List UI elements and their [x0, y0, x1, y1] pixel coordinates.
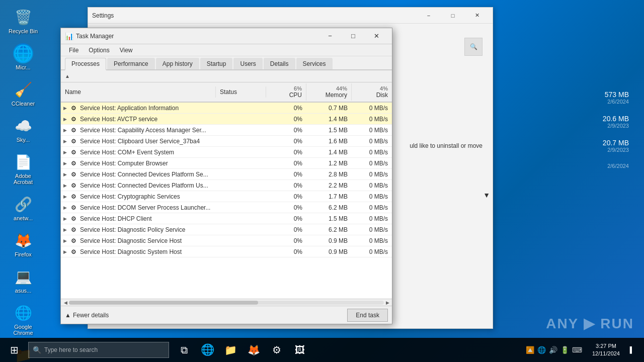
settings-maximize-button[interactable]: □ [441, 8, 464, 24]
asus-icon: 💻 [13, 266, 33, 287]
end-task-button[interactable]: End task [347, 309, 388, 322]
table-row[interactable]: ▶ ⚙ Service Host: DCOM Server Process La… [61, 202, 392, 213]
tab-processes[interactable]: Processes [65, 58, 106, 70]
table-row[interactable]: ▶ ⚙ Service Host: DHCP Client 0% 1.5 MB … [61, 213, 392, 224]
keyboard-icon[interactable]: ⌨ [572, 346, 582, 354]
taskbar-firefox-icon: 🦊 [248, 344, 260, 356]
edge-label: Micr... [16, 64, 30, 70]
recycle-bin-icon: 🗑️ [13, 7, 33, 27]
process-name: Service Host: Diagnostic Policy Service [78, 226, 216, 233]
horizontal-scrollbar[interactable]: ◀ ▶ [61, 299, 392, 306]
process-rows-container[interactable]: ▶ ⚙ Service Host: Application Informatio… [61, 103, 392, 299]
clock[interactable]: 3:27 PM 12/11/2024 [588, 342, 624, 358]
process-name: Service Host: DHCP Client [78, 215, 216, 222]
desktop-icon-asus[interactable]: 💻 asus... [5, 264, 41, 296]
table-row[interactable]: ▶ ⚙ Service Host: Clipboard User Service… [61, 136, 392, 147]
task-manager-win-controls: − □ ✕ [318, 28, 388, 44]
taskbar-task-view[interactable]: ⧉ [173, 339, 195, 361]
task-manager-minimize-button[interactable]: − [318, 28, 342, 44]
tab-app-history[interactable]: App history [156, 58, 199, 69]
cpu-percentage: 6% [294, 85, 302, 92]
table-row[interactable]: ▶ ⚙ Service Host: Connected Devices Plat… [61, 169, 392, 180]
settings-minimize-button[interactable]: − [417, 8, 440, 24]
search-bar[interactable]: 🔍 Type here to search [28, 342, 169, 358]
col-status-header[interactable]: Status [216, 86, 266, 98]
table-row[interactable]: ▶ ⚙ Service Host: Connected Devices Plat… [61, 180, 392, 191]
scroll-thumb[interactable] [69, 301, 258, 305]
table-row[interactable]: ▶ ⚙ Service Host: Application Informatio… [61, 103, 392, 114]
taskbar-file-explorer[interactable]: 📁 [219, 339, 242, 361]
tab-performance[interactable]: Performance [107, 58, 155, 69]
process-disk: 0 MB/s [352, 138, 392, 145]
process-icon: ⚙ [69, 226, 78, 233]
taskbar-firefox[interactable]: 🦊 [243, 339, 265, 361]
ccleaner-icon: 🧹 [13, 79, 33, 100]
process-cpu: 0% [266, 193, 306, 200]
desktop-icon-ccleaner[interactable]: 🧹 CCleaner [5, 77, 41, 109]
table-row[interactable]: ▶ ⚙ Service Host: AVCTP service 0% 1.4 M… [61, 114, 392, 125]
desktop-icon-adobe[interactable]: 📄 Adobe Acrobat [5, 150, 41, 187]
menu-options[interactable]: Options [85, 46, 113, 55]
taskbar-settings[interactable]: ⚙ [266, 339, 288, 361]
row-expand-icon: ▶ [61, 117, 69, 122]
process-memory: 0.9 MB [306, 237, 352, 244]
process-icon: ⚙ [69, 138, 78, 145]
fewer-details-button[interactable]: ▲ Fewer details [65, 312, 109, 319]
taskbar-app6[interactable]: 🖼 [289, 339, 311, 361]
table-row[interactable]: ▶ ⚙ Service Host: Cryptographic Services… [61, 191, 392, 202]
desktop-icon-recycle-bin[interactable]: 🗑️ Recycle Bin [5, 5, 41, 36]
menu-view[interactable]: View [116, 46, 137, 55]
table-row[interactable]: ▶ ⚙ Service Host: Diagnostic Service Hos… [61, 235, 392, 246]
start-button[interactable]: ⊞ [2, 338, 26, 362]
disk-label: Disk [376, 92, 388, 99]
desktop-icon-firefox[interactable]: 🦊 Firefox [5, 228, 41, 259]
chevron-up-icon[interactable]: 🔼 [526, 346, 534, 354]
desktop-icon-edge[interactable]: 🌐 Micr... [5, 41, 41, 72]
show-desktop-button[interactable]: ▌ [626, 338, 638, 362]
desktop-icons-container: 🗑️ Recycle Bin 🌐 Micr... 🧹 CCleaner ☁️ S… [5, 5, 41, 362]
process-memory: 1.4 MB [306, 149, 352, 156]
file-size-3: 20.7 MB [603, 139, 629, 147]
search-icon: 🔍 [33, 346, 41, 354]
battery-icon[interactable]: 🔋 [560, 346, 569, 354]
desktop-icon-anetwork[interactable]: 🔗 anetw... [5, 192, 41, 223]
col-disk-header[interactable]: 4% Disk [352, 83, 392, 101]
process-icon: ⚙ [69, 215, 78, 222]
scroll-track[interactable] [69, 301, 384, 305]
process-cpu: 0% [266, 204, 306, 211]
process-disk: 0 MB/s [352, 248, 392, 255]
table-row[interactable]: ▶ ⚙ Service Host: Diagnostic System Host… [61, 246, 392, 257]
settings-search-button[interactable]: 🔍 [464, 38, 482, 56]
process-memory: 6.2 MB [306, 226, 352, 233]
tab-startup[interactable]: Startup [200, 58, 233, 69]
scroll-left-arrow[interactable]: ◀ [62, 300, 69, 305]
desktop-icon-skype[interactable]: ☁️ Sky... [5, 114, 41, 145]
col-memory-header[interactable]: 44% Memory [306, 83, 352, 101]
dropdown-icon[interactable]: ▼ [483, 191, 490, 199]
tab-users[interactable]: Users [233, 58, 262, 69]
file-explorer-icon: 📁 [224, 344, 237, 356]
task-manager-close-button[interactable]: ✕ [365, 28, 388, 44]
right-file-info: 573 MB 2/6/2024 20.6 MB 2/9/2023 20.7 MB… [603, 90, 629, 179]
volume-icon[interactable]: 🔊 [549, 346, 557, 354]
menu-file[interactable]: File [65, 46, 83, 55]
firefox-label: Firefox [15, 251, 32, 257]
process-cpu: 0% [266, 237, 306, 244]
row-expand-icon: ▶ [61, 183, 69, 188]
taskbar-edge[interactable]: 🌐 [196, 339, 218, 361]
table-row[interactable]: ▶ ⚙ Service Host: Diagnostic Policy Serv… [61, 224, 392, 235]
col-cpu-header[interactable]: 6% CPU [266, 83, 306, 101]
taskbar: ⊞ 🔍 Type here to search ⧉ 🌐 📁 🦊 ⚙ [0, 338, 644, 362]
task-manager-maximize-button[interactable]: □ [342, 28, 365, 44]
col-name-header[interactable]: Name [61, 86, 216, 98]
network-icon[interactable]: 🌐 [537, 346, 546, 354]
tab-services[interactable]: Services [296, 58, 333, 69]
table-row[interactable]: ▶ ⚙ Service Host: COM+ Event System 0% 1… [61, 147, 392, 158]
sort-expand-button[interactable]: ▲ [63, 72, 72, 80]
scroll-right-arrow[interactable]: ▶ [384, 300, 391, 305]
settings-close-button[interactable]: ✕ [465, 8, 489, 24]
tab-details[interactable]: Details [264, 58, 295, 69]
table-row[interactable]: ▶ ⚙ Service Host: Computer Browser 0% 1.… [61, 158, 392, 169]
table-row[interactable]: ▶ ⚙ Service Host: Capability Access Mana… [61, 125, 392, 136]
desktop-icon-chrome[interactable]: 🌐 Google Chrome [5, 301, 41, 338]
